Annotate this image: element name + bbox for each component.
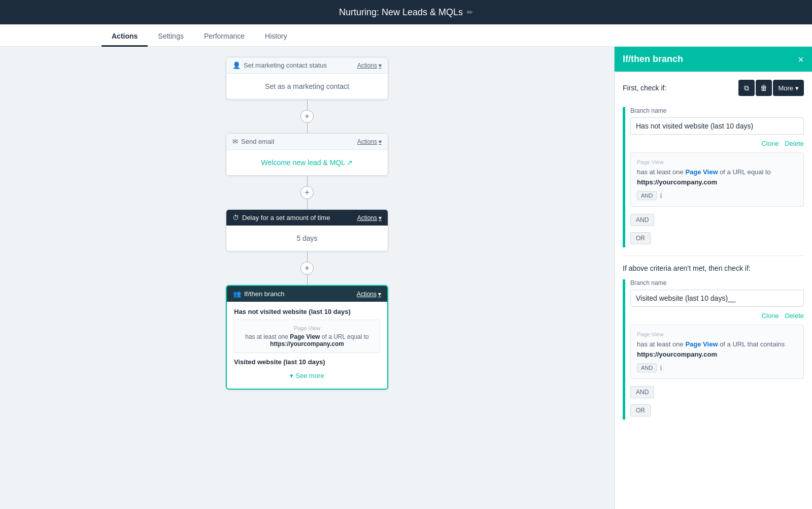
branch2-and-row: AND ℹ: [637, 363, 797, 372]
branch1-cond-type: Page View: [637, 159, 797, 165]
panel-close-btn[interactable]: ×: [798, 54, 804, 65]
branch2-name-label: Branch name: [630, 279, 804, 287]
node-title-marketing: Set marketing contact status: [244, 61, 327, 69]
more-btn[interactable]: More ▾: [773, 80, 804, 96]
workflow-title: Nurturing: New Leads & MQLs: [339, 7, 463, 18]
branch1-and-btn[interactable]: AND: [630, 214, 654, 226]
tab-performance[interactable]: Performance: [194, 27, 255, 47]
first-check-label: First, check if:: [623, 84, 666, 92]
tab-history[interactable]: History: [255, 27, 297, 47]
node-send-email: ✉ Send email Actions ▾ Welcome new lead …: [226, 133, 388, 176]
trash-icon: 🗑: [760, 84, 767, 92]
timer-icon: ⏱: [232, 214, 239, 221]
node-body-marketing: Set as a marketing contact: [226, 74, 388, 99]
right-panel: If/then branch × First, check if: ⧉ 🗑 Mo…: [614, 47, 812, 509]
person-icon: 👤: [232, 61, 241, 69]
branch-node-body: Has not visited website (last 10 days) P…: [227, 302, 387, 389]
connector-1: +: [300, 100, 314, 133]
connector-line-3b: [307, 275, 308, 285]
add-step-btn-3[interactable]: +: [300, 262, 314, 275]
branch2-and-btn[interactable]: AND: [630, 386, 654, 398]
branch1-condition-box: Page View has at least one Page View of …: [234, 320, 380, 353]
branch2-or-btn[interactable]: OR: [630, 404, 651, 417]
node-actions-marketing-btn[interactable]: Actions ▾: [357, 62, 382, 69]
node-header-email: ✉ Send email Actions ▾: [226, 134, 388, 150]
branch2-delete-link[interactable]: Delete: [785, 312, 804, 320]
branch1-cond-link[interactable]: Page View: [685, 168, 718, 176]
see-more-btn[interactable]: ▾ See more: [234, 369, 380, 383]
section-divider: [623, 256, 804, 256]
node-actions-email-btn[interactable]: Actions ▾: [357, 138, 382, 145]
copy-btn[interactable]: ⧉: [738, 80, 755, 96]
node-title-email: Send email: [241, 138, 274, 145]
branch-node-title: If/then branch: [244, 290, 285, 298]
branch1-name-label: Branch name: [630, 107, 804, 114]
node-body-delay: 5 days: [226, 226, 388, 251]
branch1-info-icon[interactable]: ℹ: [660, 192, 662, 200]
connector-2: +: [300, 176, 314, 209]
add-step-btn-2[interactable]: +: [300, 186, 314, 199]
branch2-clone-link[interactable]: Clone: [761, 312, 779, 320]
branch1-clone-delete: Clone Delete: [630, 140, 804, 147]
app-header: Nurturing: New Leads & MQLs ✏: [0, 0, 812, 24]
branch1-condition-card: Page View has at least one Page View of …: [630, 152, 804, 207]
node-delay: ⏱ Delay for a set amount of time Actions…: [226, 209, 388, 251]
node-title-delay: Delay for a set amount of time: [242, 214, 330, 221]
branch2-info-icon[interactable]: ℹ: [660, 364, 662, 372]
branch1-section: Branch name Clone Delete Page View has a…: [623, 107, 804, 247]
branch2-name-input[interactable]: [630, 290, 804, 307]
node-body-email: Welcome new lead & MQL ↗: [226, 150, 388, 175]
connector-3: +: [300, 251, 314, 285]
panel-body: First, check if: ⧉ 🗑 More ▾ Branch na: [615, 72, 812, 509]
chevron-down-icon: ▾: [795, 84, 799, 92]
nav-tabs-bar: Actions Settings Performance History: [0, 24, 812, 47]
second-check-label: If above criteria aren't met, then check…: [623, 264, 804, 272]
branch2-condition-card: Page View has at least one Page View of …: [630, 325, 804, 379]
node-actions-branch-btn[interactable]: Actions ▾: [357, 291, 381, 298]
branch2-label: Visited website (last 10 days): [234, 358, 380, 366]
branch1-and-row: AND ℹ: [637, 191, 797, 200]
branch2-cond-text: has at least one Page View of a URL that…: [637, 339, 797, 359]
branch2-and-badge[interactable]: AND: [637, 363, 657, 372]
tab-actions[interactable]: Actions: [101, 27, 148, 47]
branch1-clone-link[interactable]: Clone: [761, 140, 779, 147]
branch1-and-badge[interactable]: AND: [637, 191, 657, 200]
workflow-canvas: 👤 Set marketing contact status Actions ▾…: [0, 47, 614, 509]
edit-title-icon[interactable]: ✏: [467, 8, 473, 16]
branch2-clone-delete: Clone Delete: [630, 312, 804, 320]
node-actions-delay-btn[interactable]: Actions ▾: [357, 214, 382, 221]
branch1-name-input[interactable]: [630, 117, 804, 135]
copy-icon: ⧉: [744, 84, 749, 92]
branch1-or-btn[interactable]: OR: [630, 232, 651, 244]
panel-title: If/then branch: [623, 54, 683, 65]
panel-header: If/then branch ×: [615, 47, 812, 72]
email-link[interactable]: Welcome new lead & MQL ↗: [261, 158, 353, 167]
node-marketing-contact: 👤 Set marketing contact status Actions ▾…: [226, 57, 388, 100]
node-header-delay: ⏱ Delay for a set amount of time Actions…: [226, 210, 388, 226]
connector-line-1b: [307, 123, 308, 133]
branch1-condition-type: Page View: [241, 325, 374, 331]
connector-line-3: [307, 251, 308, 262]
branch1-cond-text: has at least one Page View of a URL equa…: [637, 167, 797, 187]
external-link-icon: ↗: [347, 158, 353, 167]
branch2-section: Branch name Clone Delete Page View has a…: [623, 279, 804, 420]
connector-line-2b: [307, 199, 308, 209]
branch-toolbar: ⧉ 🗑 More ▾: [738, 80, 804, 96]
email-icon: ✉: [232, 138, 238, 145]
connector-line-2: [307, 176, 308, 186]
branch1-delete-link[interactable]: Delete: [785, 140, 804, 147]
trash-btn[interactable]: 🗑: [756, 80, 772, 96]
branch1-label: Has not visited website (last 10 days): [234, 308, 380, 315]
branch-icon: 👥: [233, 290, 241, 298]
branch2-cond-link[interactable]: Page View: [685, 340, 718, 348]
connector-line-1: [307, 100, 308, 110]
node-header-marketing: 👤 Set marketing contact status Actions ▾: [226, 57, 388, 74]
branch-node-header: 👥 If/then branch Actions ▾: [227, 286, 387, 302]
node-ifthen: 👥 If/then branch Actions ▾ Has not visit…: [226, 285, 388, 390]
tab-settings[interactable]: Settings: [148, 27, 194, 47]
branch2-cond-type: Page View: [637, 331, 797, 337]
add-step-btn-1[interactable]: +: [300, 110, 314, 123]
